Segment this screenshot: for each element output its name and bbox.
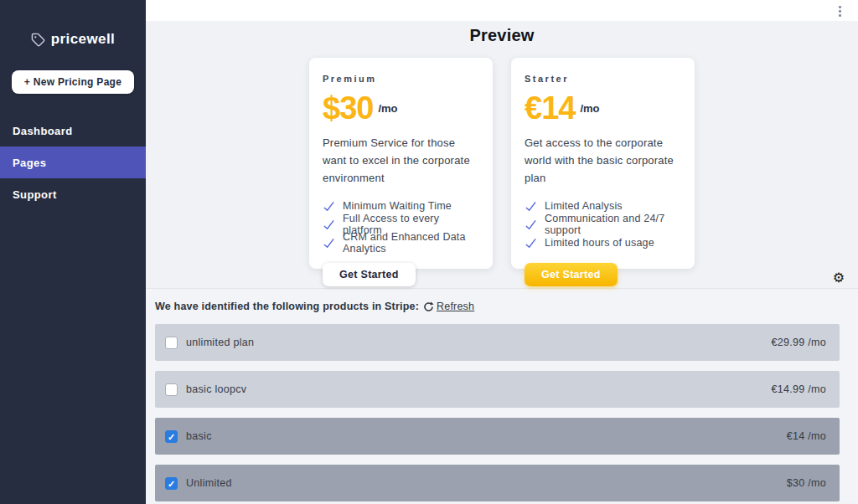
pricing-card-premium: Premium $30 /mo Premium Service for thos… [309, 58, 493, 269]
refresh-link[interactable]: Refresh [423, 301, 474, 312]
refresh-icon [423, 301, 434, 312]
product-name: basic [186, 430, 212, 442]
feature-item: Communication and 24/7 support [525, 215, 681, 234]
product-name: unlimited plan [186, 337, 254, 348]
price-row: €14 /mo [525, 90, 681, 126]
get-started-button[interactable]: Get Started [323, 263, 416, 286]
refresh-label: Refresh [437, 301, 474, 312]
sidebar-item-label: Dashboard [13, 125, 73, 137]
product-checkbox[interactable] [165, 383, 178, 396]
feature-label: CRM and Enhanced Data Analytics [343, 231, 479, 255]
sidebar-item-dashboard[interactable]: Dashboard [0, 115, 146, 147]
product-checkbox[interactable] [165, 477, 178, 490]
sidebar-item-label: Pages [13, 157, 46, 169]
sidebar: pricewell + New Pricing Page Dashboard P… [0, 0, 146, 504]
tag-icon [31, 33, 45, 47]
product-name: Unlimited [186, 477, 232, 489]
plan-name: Starter [525, 74, 681, 84]
check-icon [323, 219, 335, 231]
pricing-card-starter: Starter €14 /mo Get access to the corpor… [511, 58, 695, 269]
app-window: pricewell + New Pricing Page Dashboard P… [0, 0, 858, 504]
product-checkbox[interactable] [165, 430, 178, 443]
check-icon [525, 237, 537, 249]
feature-label: Minimum Waiting Time [343, 200, 452, 212]
feature-item: CRM and Enhanced Data Analytics [323, 234, 479, 252]
product-row-unlimited[interactable]: Unlimited $30 /mo [155, 465, 840, 501]
feature-item: Limited hours of usage [525, 234, 681, 252]
product-price: €14 /mo [787, 430, 826, 442]
sidebar-item-pages[interactable]: Pages [0, 147, 146, 178]
get-started-button[interactable]: Get Started [525, 263, 618, 286]
logo-text: pricewell [51, 31, 115, 48]
price-period: /mo [580, 102, 599, 115]
logo: pricewell [0, 0, 146, 48]
product-row-basic-loopcv[interactable]: basic loopcv €14.99 /mo [155, 371, 840, 408]
kebab-menu-icon[interactable] [837, 4, 843, 18]
main-area: Preview Premium $30 /mo Premium Service … [146, 0, 858, 504]
check-icon [525, 219, 537, 231]
feature-label: Limited hours of usage [545, 237, 654, 249]
new-pricing-page-button[interactable]: + New Pricing Page [12, 70, 134, 94]
check-icon [323, 237, 335, 249]
topbar [146, 0, 858, 21]
plan-name: Premium [323, 74, 479, 84]
plan-description: Premium Service for those want to excel … [323, 134, 479, 187]
preview-section: Preview Premium $30 /mo Premium Service … [146, 21, 858, 289]
price-amount: $30 [323, 90, 373, 126]
product-row-unlimited-plan[interactable]: unlimited plan €29.99 /mo [155, 324, 840, 361]
gear-icon[interactable]: ⚙ [833, 271, 845, 285]
price-amount: €14 [525, 90, 575, 126]
sidebar-item-label: Support [13, 188, 57, 201]
price-period: /mo [378, 102, 397, 115]
check-icon [525, 200, 537, 213]
page-title: Preview [146, 21, 858, 45]
product-price: €14.99 /mo [771, 383, 826, 395]
sidebar-item-support[interactable]: Support [0, 178, 146, 210]
feature-list: Limited Analysis Communication and 24/7 … [525, 197, 681, 252]
sidebar-nav: Dashboard Pages Support [0, 115, 146, 210]
price-row: $30 /mo [323, 90, 479, 126]
products-heading: We have identified the following product… [155, 301, 419, 312]
plan-description: Get access to the corporate world with t… [525, 134, 681, 187]
product-name: basic loopcv [186, 383, 246, 395]
feature-label: Limited Analysis [545, 200, 623, 212]
check-icon [323, 200, 335, 213]
product-price: €29.99 /mo [771, 337, 826, 348]
product-price: $30 /mo [787, 477, 826, 489]
product-row-basic[interactable]: basic €14 /mo [155, 418, 840, 455]
stripe-products-section: We have identified the following product… [146, 289, 858, 503]
pricing-cards: Premium $30 /mo Premium Service for thos… [146, 58, 858, 269]
feature-label: Communication and 24/7 support [545, 213, 681, 236]
product-checkbox[interactable] [165, 337, 178, 349]
feature-list: Minimum Waiting Time Full Access to ever… [323, 197, 479, 252]
